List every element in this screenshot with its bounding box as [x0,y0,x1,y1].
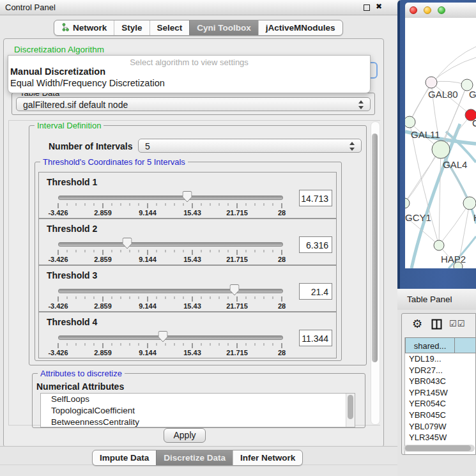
number-of-intervals-combobox[interactable]: 5 [138,139,362,153]
table-cell[interactable]: YBL079W [409,421,470,433]
tick-mark [148,296,148,302]
vertical-scrollbar-thumb[interactable] [372,134,378,362]
table-row[interactable]: YLR345WYLR3 [405,432,476,443]
table-data-group: Table Data galFiltered.sif default node [12,93,375,115]
column-header-shared[interactable]: shared... [405,337,455,353]
network-node[interactable] [434,240,444,250]
table-cell[interactable]: YDR27... [409,365,470,376]
table-data-combobox[interactable]: galFiltered.sif default node [16,97,371,111]
attributes-list-scrollbar[interactable] [346,394,355,427]
threshold-3-slider[interactable]: -3.4262.8599.14415.4321.71528 [58,289,282,309]
threshold-3-label: Threshold 3 [47,270,97,280]
threshold-3-value-field[interactable]: 21.4 [299,283,332,300]
zoom-traffic-light[interactable] [438,6,445,14]
slider-track[interactable] [58,335,283,340]
tick-mark [282,296,282,302]
horizontal-scrollbar[interactable] [404,445,475,452]
tab-impute-data[interactable]: Impute Data [93,450,156,465]
table-cell[interactable]: YPR145W [409,387,470,399]
attributes-group: Attributes to discretize Numerical Attri… [32,373,365,428]
table-panel-body: ⚙ ☑☑ shared... na YDL19...YDL1YDR27...YD… [397,310,476,476]
threshold-4-slider[interactable]: -3.4262.8599.14415.4321.71528 [58,335,282,356]
table-row[interactable]: YPR145WYPR1 [405,387,476,399]
tab-infer-network[interactable]: Infer Network [233,450,302,465]
horizontal-scrollbar-thumb[interactable] [405,445,471,451]
tab-cyni-toolbox[interactable]: Cyni Toolbox [189,20,258,35]
tab-style[interactable]: Style [114,20,149,35]
tick-mark [76,296,77,299]
attributes-scrollbar-thumb[interactable] [348,395,353,419]
tick-mark [192,296,193,302]
tick-mark [246,250,247,252]
attribute-list-item[interactable]: SelfLoops [41,394,355,405]
tick-label: 21.715 [226,302,248,310]
column-header-name[interactable]: na [454,337,476,353]
table-row[interactable]: YER054CYER0 [405,398,476,410]
network-canvas[interactable]: GAL80 G C GAL11 GAL4 GCY1 H HAP2 [405,18,476,268]
tick-label: 9.144 [139,302,157,310]
node-label-hap2: HAP2 [441,254,466,265]
attribute-list-item[interactable]: TopologicalCoefficient [41,405,355,417]
vertical-scrollbar[interactable] [371,121,380,425]
network-node[interactable] [405,198,410,208]
tab-discretize-data[interactable]: Discretize Data [156,450,233,465]
slider-thumb[interactable] [158,331,168,342]
column-layout-icon[interactable] [431,319,442,332]
network-node[interactable] [426,77,437,88]
network-node-gal4[interactable] [432,141,450,158]
slider-track[interactable] [58,289,283,293]
threshold-4-value-field[interactable]: 11.344 [299,330,332,346]
table-row[interactable]: YBL079WYBL0 [405,421,476,433]
tab-cyni-toolbox-label: Cyni Toolbox [197,23,251,33]
table-row[interactable]: YDL19...YDL1 [405,353,476,365]
threshold-2-value-field[interactable]: 6.316 [299,236,332,253]
interval-definition-group: Interval Definition Number of Intervals … [29,125,367,365]
close-traffic-light[interactable] [410,6,417,14]
network-node[interactable] [463,197,476,210]
tick-mark [121,250,121,252]
tick-label: -3.426 [48,209,68,217]
dropdown-option-equal-width[interactable]: Equal Width/Frequency Discretization [10,78,165,88]
tick-mark [273,250,273,252]
interval-definition-group-label: Interval Definition [35,121,104,130]
network-node[interactable] [405,116,415,128]
slider-thumb[interactable] [230,284,240,296]
table-row[interactable]: YDR27...YDR2 [405,365,476,376]
threshold-1-slider[interactable]: -3.4262.8599.14415.4321.71528 [58,196,282,216]
float-window-icon[interactable] [364,4,370,11]
slider-thumb[interactable] [123,238,132,249]
table-cell[interactable]: YER054C [409,398,470,410]
attribute-list-item[interactable]: BetweennessCentrality [41,417,355,427]
slider-track[interactable] [58,242,283,247]
slider-thumb[interactable] [183,191,192,203]
table-cell[interactable]: YDL19... [409,353,470,365]
tab-network[interactable]: Network [54,20,114,35]
tab-select[interactable]: Select [150,20,190,35]
threshold-1-value-field[interactable]: 14.713 [299,190,332,206]
close-icon[interactable]: ✖ [376,2,382,11]
gear-icon[interactable]: ⚙ [412,317,422,330]
tick-mark [255,343,256,346]
tick-mark [112,343,112,346]
tick-mark [228,343,229,346]
apply-button[interactable]: Apply [164,428,206,443]
tick-mark [165,343,166,346]
tab-jactivemnodules[interactable]: jActiveMNodules [258,20,342,35]
table-row[interactable]: YBR045CYBR0 [405,410,476,421]
tick-mark [183,343,184,346]
minimize-traffic-light[interactable] [424,6,431,14]
tick-mark [282,203,282,208]
slider-track[interactable] [58,196,283,200]
table-cell[interactable]: YLR345W [409,432,470,443]
node-label-partial-g: G [469,89,476,100]
tick-mark [192,250,193,255]
table-row[interactable]: YBR043CYBR0 [405,376,476,387]
numerical-attributes-list[interactable]: SelfLoopsTopologicalCoefficientBetweenne… [40,393,355,427]
tick-label: -3.426 [48,256,68,263]
tick-mark [148,203,148,208]
table-cell[interactable]: YBR043C [409,376,470,387]
checkbox-icons[interactable]: ☑☑ [449,319,465,328]
dropdown-option-manual[interactable]: Manual Discretization [10,66,105,77]
threshold-2-slider[interactable]: -3.4262.8599.14415.4321.71528 [58,242,282,263]
table-cell[interactable]: YBR045C [409,410,470,421]
